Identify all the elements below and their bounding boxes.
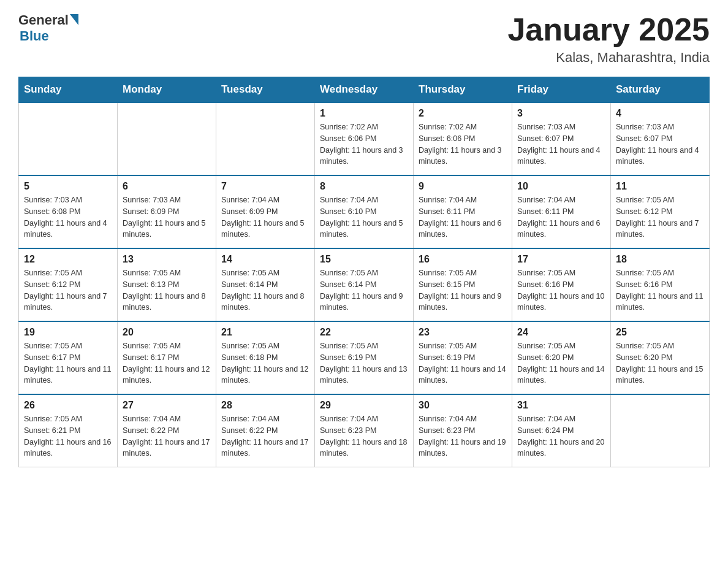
day-number: 30	[419, 400, 507, 411]
calendar-cell: 9Sunrise: 7:04 AM Sunset: 6:11 PM Daylig…	[414, 175, 512, 248]
day-number: 31	[517, 400, 605, 411]
calendar-cell: 5Sunrise: 7:03 AM Sunset: 6:08 PM Daylig…	[19, 175, 118, 248]
day-info: Sunrise: 7:02 AM Sunset: 6:06 PM Dayligh…	[320, 121, 408, 167]
calendar-cell: 2Sunrise: 7:02 AM Sunset: 6:06 PM Daylig…	[414, 102, 512, 175]
day-number: 4	[616, 108, 704, 119]
day-number: 26	[24, 400, 112, 411]
day-info: Sunrise: 7:05 AM Sunset: 6:16 PM Dayligh…	[616, 267, 704, 313]
day-number: 5	[24, 181, 112, 192]
day-number: 1	[320, 108, 408, 119]
calendar-cell: 21Sunrise: 7:05 AM Sunset: 6:18 PM Dayli…	[216, 321, 315, 394]
day-number: 7	[221, 181, 309, 192]
day-info: Sunrise: 7:03 AM Sunset: 6:09 PM Dayligh…	[123, 194, 211, 240]
day-info: Sunrise: 7:05 AM Sunset: 6:13 PM Dayligh…	[123, 267, 211, 313]
day-number: 28	[221, 400, 309, 411]
calendar-cell: 11Sunrise: 7:05 AM Sunset: 6:12 PM Dayli…	[611, 175, 710, 248]
calendar-cell: 22Sunrise: 7:05 AM Sunset: 6:19 PM Dayli…	[315, 321, 414, 394]
calendar-cell: 27Sunrise: 7:04 AM Sunset: 6:22 PM Dayli…	[118, 394, 216, 467]
day-info: Sunrise: 7:05 AM Sunset: 6:21 PM Dayligh…	[24, 413, 112, 459]
calendar-subtitle: Kalas, Maharashtra, India	[507, 50, 710, 66]
logo: General Blue	[18, 12, 78, 44]
day-info: Sunrise: 7:05 AM Sunset: 6:14 PM Dayligh…	[320, 267, 408, 313]
calendar-week-2: 5Sunrise: 7:03 AM Sunset: 6:08 PM Daylig…	[19, 175, 710, 248]
calendar-cell: 16Sunrise: 7:05 AM Sunset: 6:15 PM Dayli…	[414, 248, 512, 321]
calendar-body: 1Sunrise: 7:02 AM Sunset: 6:06 PM Daylig…	[19, 102, 710, 467]
calendar-cell	[19, 102, 118, 175]
calendar-cell: 17Sunrise: 7:05 AM Sunset: 6:16 PM Dayli…	[512, 248, 611, 321]
day-number: 19	[24, 327, 112, 338]
day-info: Sunrise: 7:05 AM Sunset: 6:12 PM Dayligh…	[616, 194, 704, 240]
calendar-cell: 1Sunrise: 7:02 AM Sunset: 6:06 PM Daylig…	[315, 102, 414, 175]
day-info: Sunrise: 7:04 AM Sunset: 6:11 PM Dayligh…	[419, 194, 507, 240]
calendar-cell	[118, 102, 216, 175]
header-cell-wednesday: Wednesday	[315, 77, 414, 103]
calendar-cell: 4Sunrise: 7:03 AM Sunset: 6:07 PM Daylig…	[611, 102, 710, 175]
day-number: 27	[123, 400, 211, 411]
calendar-cell	[216, 102, 315, 175]
day-info: Sunrise: 7:05 AM Sunset: 6:19 PM Dayligh…	[320, 340, 408, 386]
calendar-cell: 3Sunrise: 7:03 AM Sunset: 6:07 PM Daylig…	[512, 102, 611, 175]
calendar-cell: 23Sunrise: 7:05 AM Sunset: 6:19 PM Dayli…	[414, 321, 512, 394]
calendar-cell: 31Sunrise: 7:04 AM Sunset: 6:24 PM Dayli…	[512, 394, 611, 467]
calendar-week-4: 19Sunrise: 7:05 AM Sunset: 6:17 PM Dayli…	[19, 321, 710, 394]
calendar-cell: 28Sunrise: 7:04 AM Sunset: 6:22 PM Dayli…	[216, 394, 315, 467]
day-number: 17	[517, 254, 605, 265]
calendar-cell: 12Sunrise: 7:05 AM Sunset: 6:12 PM Dayli…	[19, 248, 118, 321]
day-info: Sunrise: 7:03 AM Sunset: 6:07 PM Dayligh…	[517, 121, 605, 167]
day-info: Sunrise: 7:05 AM Sunset: 6:17 PM Dayligh…	[123, 340, 211, 386]
calendar-cell: 8Sunrise: 7:04 AM Sunset: 6:10 PM Daylig…	[315, 175, 414, 248]
day-number: 20	[123, 327, 211, 338]
day-number: 8	[320, 181, 408, 192]
day-info: Sunrise: 7:04 AM Sunset: 6:22 PM Dayligh…	[221, 413, 309, 459]
day-number: 11	[616, 181, 704, 192]
day-number: 21	[221, 327, 309, 338]
day-info: Sunrise: 7:04 AM Sunset: 6:23 PM Dayligh…	[419, 413, 507, 459]
header-cell-sunday: Sunday	[19, 77, 118, 103]
day-info: Sunrise: 7:04 AM Sunset: 6:10 PM Dayligh…	[320, 194, 408, 240]
calendar-title: January 2025	[507, 12, 710, 47]
day-number: 23	[419, 327, 507, 338]
day-info: Sunrise: 7:05 AM Sunset: 6:14 PM Dayligh…	[221, 267, 309, 313]
day-number: 24	[517, 327, 605, 338]
day-number: 15	[320, 254, 408, 265]
calendar-cell: 25Sunrise: 7:05 AM Sunset: 6:20 PM Dayli…	[611, 321, 710, 394]
day-number: 13	[123, 254, 211, 265]
calendar-cell: 10Sunrise: 7:04 AM Sunset: 6:11 PM Dayli…	[512, 175, 611, 248]
calendar-cell: 29Sunrise: 7:04 AM Sunset: 6:23 PM Dayli…	[315, 394, 414, 467]
calendar-cell: 15Sunrise: 7:05 AM Sunset: 6:14 PM Dayli…	[315, 248, 414, 321]
calendar-cell: 14Sunrise: 7:05 AM Sunset: 6:14 PM Dayli…	[216, 248, 315, 321]
calendar-week-1: 1Sunrise: 7:02 AM Sunset: 6:06 PM Daylig…	[19, 102, 710, 175]
calendar-cell: 18Sunrise: 7:05 AM Sunset: 6:16 PM Dayli…	[611, 248, 710, 321]
day-number: 3	[517, 108, 605, 119]
day-info: Sunrise: 7:04 AM Sunset: 6:22 PM Dayligh…	[123, 413, 211, 459]
logo-general-text: General	[18, 12, 69, 28]
day-info: Sunrise: 7:05 AM Sunset: 6:20 PM Dayligh…	[616, 340, 704, 386]
day-number: 6	[123, 181, 211, 192]
calendar-cell: 13Sunrise: 7:05 AM Sunset: 6:13 PM Dayli…	[118, 248, 216, 321]
day-number: 9	[419, 181, 507, 192]
calendar-header: SundayMondayTuesdayWednesdayThursdayFrid…	[19, 77, 710, 103]
day-number: 22	[320, 327, 408, 338]
header-cell-saturday: Saturday	[611, 77, 710, 103]
day-info: Sunrise: 7:05 AM Sunset: 6:16 PM Dayligh…	[517, 267, 605, 313]
day-number: 18	[616, 254, 704, 265]
day-info: Sunrise: 7:04 AM Sunset: 6:09 PM Dayligh…	[221, 194, 309, 240]
calendar-cell: 20Sunrise: 7:05 AM Sunset: 6:17 PM Dayli…	[118, 321, 216, 394]
day-info: Sunrise: 7:05 AM Sunset: 6:20 PM Dayligh…	[517, 340, 605, 386]
day-number: 14	[221, 254, 309, 265]
calendar-cell: 24Sunrise: 7:05 AM Sunset: 6:20 PM Dayli…	[512, 321, 611, 394]
calendar-week-3: 12Sunrise: 7:05 AM Sunset: 6:12 PM Dayli…	[19, 248, 710, 321]
day-number: 29	[320, 400, 408, 411]
calendar-cell: 7Sunrise: 7:04 AM Sunset: 6:09 PM Daylig…	[216, 175, 315, 248]
day-number: 10	[517, 181, 605, 192]
header-cell-tuesday: Tuesday	[216, 77, 315, 103]
title-block: January 2025 Kalas, Maharashtra, India	[507, 12, 710, 66]
calendar-table: SundayMondayTuesdayWednesdayThursdayFrid…	[18, 77, 710, 467]
day-info: Sunrise: 7:05 AM Sunset: 6:17 PM Dayligh…	[24, 340, 112, 386]
day-info: Sunrise: 7:05 AM Sunset: 6:18 PM Dayligh…	[221, 340, 309, 386]
day-info: Sunrise: 7:05 AM Sunset: 6:19 PM Dayligh…	[419, 340, 507, 386]
day-info: Sunrise: 7:03 AM Sunset: 6:07 PM Dayligh…	[616, 121, 704, 167]
day-info: Sunrise: 7:04 AM Sunset: 6:24 PM Dayligh…	[517, 413, 605, 459]
day-number: 12	[24, 254, 112, 265]
day-info: Sunrise: 7:04 AM Sunset: 6:23 PM Dayligh…	[320, 413, 408, 459]
